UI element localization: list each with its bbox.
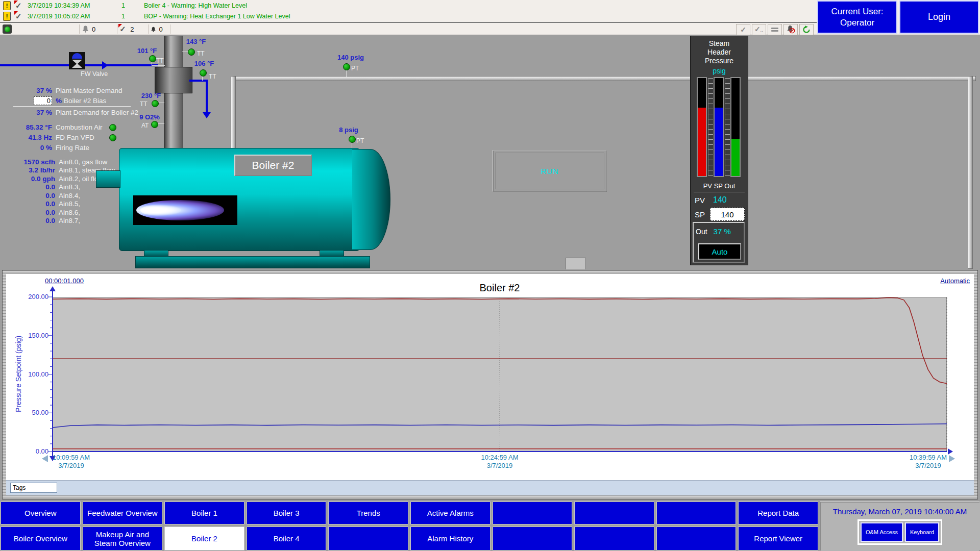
plant-master-demand-row: 37 % Plant Master Demand	[12, 86, 122, 95]
flame-sight-glass	[133, 195, 237, 225]
run-status-button[interactable]: RUN	[493, 150, 607, 192]
check-icon: ✓	[740, 27, 746, 33]
sensor-value: 106 °F	[188, 60, 220, 67]
steam-header-panel: Steam Header Pressure psig PV SP Out PV …	[690, 36, 748, 265]
nav-trends[interactable]: Trends	[328, 502, 408, 524]
gauge-ruler	[708, 78, 713, 176]
keyboard-button[interactable]: Keyboard	[905, 522, 939, 542]
fw-valve[interactable]	[69, 52, 85, 69]
bars-icon	[771, 27, 778, 33]
firing-rate-row: 0 % Firing Rate	[12, 143, 89, 152]
sensor-tag: AT	[141, 122, 149, 129]
ack-alarm-button[interactable]: ✓	[736, 24, 750, 35]
flow-arrow-right	[102, 61, 108, 69]
sp-input[interactable]	[710, 208, 745, 221]
nav-report-data[interactable]: Report Data	[738, 502, 818, 524]
alarm-count-1: 0	[92, 26, 95, 33]
nav-cell-empty	[656, 502, 737, 524]
nav-boiler-1[interactable]: Boiler 1	[164, 502, 244, 524]
burner-front	[96, 170, 120, 188]
nav-label: Overview	[24, 509, 57, 517]
combustion-air-row: 85.32 °F Combustion Air	[12, 123, 107, 132]
sensor-value: 230 °F	[135, 92, 167, 99]
nav-boiler-4[interactable]: Boiler 4	[247, 527, 327, 550]
bias-input[interactable]	[34, 96, 52, 105]
footer-panel: Thursday, March 07, 2019 10:40:00 AM O&M…	[820, 502, 980, 551]
ack-all-alarms-button[interactable]: ✓..	[752, 24, 766, 35]
current-user-display: Current User: Operator	[817, 1, 897, 34]
sensor-tag: TT	[197, 50, 205, 57]
gauge-fill-out	[731, 139, 740, 176]
silence-alarms-button[interactable]	[783, 24, 798, 35]
alarm-message: Boiler 4 - Warning: High Water Level	[144, 2, 247, 9]
auto-mode-button[interactable]: Auto	[698, 243, 741, 260]
xtick-time: 10:09:59 AM	[53, 454, 90, 462]
xtick-time: 10:39:59 AM	[910, 454, 947, 462]
alarm-message: BOP - Warning: Heat Exchanger 1 Low Wate…	[144, 13, 290, 20]
sensor-value: 101 °F	[131, 47, 163, 55]
gauge-fill-sp	[715, 108, 723, 176]
trend-mode-link[interactable]: Automatic	[940, 277, 970, 285]
connection-status-icon[interactable]	[3, 24, 12, 34]
out-value: 37 %	[714, 227, 731, 236]
boiler2-bias-row: % Boiler #2 Bias	[12, 96, 106, 105]
ain-row: 0.0Ain8.6,	[12, 208, 115, 217]
login-button[interactable]: Login	[899, 1, 979, 34]
ain-label: Ain8.5,	[59, 200, 80, 208]
sensor-value: 143 °F	[180, 38, 212, 45]
check-dots-icon: ✓..	[754, 26, 764, 34]
nav-label: Boiler 1	[191, 509, 217, 517]
nav-label: Boiler 3	[274, 509, 300, 517]
header-right-drop	[968, 76, 973, 269]
alarm-count: 1	[121, 2, 137, 9]
alarm-row[interactable]: !✓3/7/2019 10:34:39 AM1Boiler 4 - Warnin…	[0, 0, 817, 11]
unack-alarm-counter[interactable]: ✓ 2	[119, 26, 134, 33]
alarm-toolbar: 0 ✓ 2 0 ✓ ✓..	[0, 23, 817, 35]
nav-report-viewer[interactable]: Report Viewer	[738, 527, 818, 550]
tags-input[interactable]: Tags	[10, 483, 57, 493]
trend-duration-link[interactable]: 00:00:01.000	[45, 277, 84, 285]
ain-value: 0.0	[12, 217, 55, 224]
ain-label: Ain8.6,	[59, 209, 80, 216]
ain-value: 0.0 gph	[12, 175, 55, 183]
nav-overview[interactable]: Overview	[1, 502, 81, 524]
out-frame: Out 37 % Auto	[693, 222, 745, 263]
nav-active-alarms[interactable]: Active Alarms	[410, 502, 491, 524]
alarm-count: 1	[121, 13, 137, 20]
alarm-bell-counter[interactable]: 0	[82, 25, 95, 33]
pipe-stub	[566, 258, 586, 269]
nav-label: Report Viewer	[754, 534, 802, 543]
nav-label: Trends	[357, 509, 380, 517]
boiler-base	[135, 256, 370, 268]
nav-boiler-overview[interactable]: Boiler Overview	[1, 527, 81, 550]
nav-alarm-history[interactable]: Alarm History	[410, 527, 491, 550]
nav-boiler-3[interactable]: Boiler 3	[247, 502, 327, 524]
nav-cell-empty	[656, 527, 737, 550]
ain-value: 0.0	[12, 183, 55, 191]
alarm-row[interactable]: !✓3/7/2019 10:05:02 AM1BOP - Warning: He…	[0, 11, 817, 21]
nav-feedwater-overview[interactable]: Feedwater Overview	[83, 502, 163, 524]
nav-makeup-air-and-steam-overview[interactable]: Makeup Air and Steam Overview	[83, 527, 163, 550]
footer-buttons: O&M Access Keyboard	[857, 519, 942, 545]
alarm-count-3: 0	[159, 26, 162, 33]
sensor-indicator	[151, 121, 158, 128]
nav-boiler-2[interactable]: Boiler 2	[164, 527, 244, 550]
xtick-label: 10:09:59 AM3/7/2019	[53, 454, 90, 470]
om-access-button[interactable]: O&M Access	[861, 522, 903, 542]
divider	[694, 192, 745, 192]
warning-icon: !	[3, 12, 11, 21]
xtick-date: 3/7/2019	[910, 462, 947, 470]
pv-row: PV 140	[695, 195, 746, 205]
refresh-icon	[802, 26, 811, 34]
ain-label: Ain8.4,	[59, 192, 80, 199]
alarm-summary-button[interactable]	[768, 24, 782, 35]
current-user-label: Current User:	[831, 6, 883, 17]
trend-chart: 00:00:01.000 Automatic Boiler #2 200.001…	[6, 274, 974, 495]
silenced-alarm-counter[interactable]: 0	[151, 26, 162, 33]
steam-header-pipe	[231, 76, 976, 81]
refresh-button[interactable]	[799, 24, 814, 35]
sensor-value: 8 psig	[332, 126, 365, 134]
sensor-tag: TT	[209, 73, 216, 80]
ack-flag-icon: ✓	[15, 2, 23, 9]
sensor-value: 140 psig	[330, 54, 372, 61]
